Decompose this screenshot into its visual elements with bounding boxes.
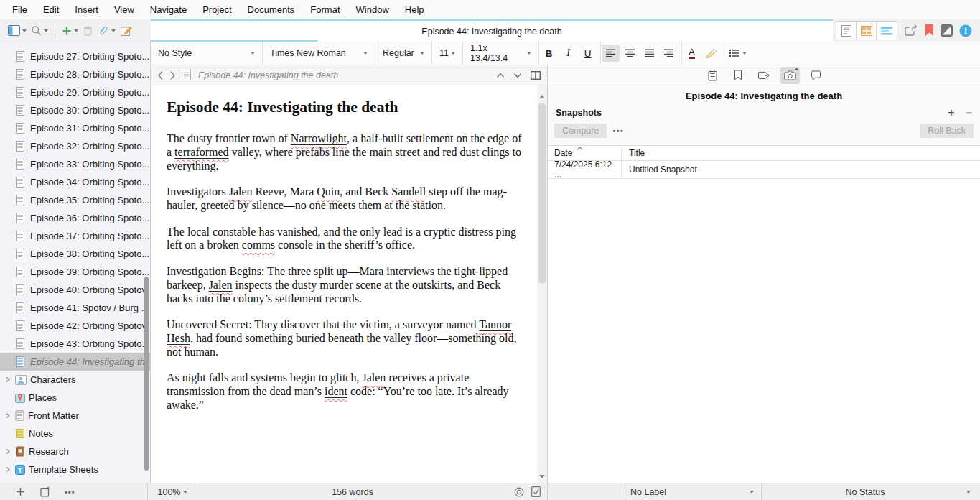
italic-button[interactable]: I: [559, 45, 577, 62]
binder-item[interactable]: Episode 40: Orbiting Spotov: [0, 281, 150, 299]
back-button[interactable]: [157, 70, 164, 80]
binder-scrollbar[interactable]: [144, 277, 149, 471]
column-header-date[interactable]: Date: [548, 148, 622, 160]
writing-target-button[interactable]: [514, 483, 524, 500]
editor-scrollbar[interactable]: [537, 85, 547, 483]
tab-comments[interactable]: [806, 67, 826, 84]
binder-item[interactable]: Episode 42: Orbiting Spotov: [0, 317, 150, 335]
binder-item[interactable]: Episode 41: Spotov / Burg ...: [0, 299, 150, 317]
binder-item-research[interactable]: Research: [0, 443, 150, 460]
binder-item[interactable]: Episode 28: Orbiting Spoto...: [0, 65, 150, 83]
link-attachment-button[interactable]: [95, 23, 118, 39]
binder-item-template-sheets[interactable]: TTemplate Sheets: [0, 460, 150, 478]
label-dropdown-caret[interactable]: [750, 483, 754, 500]
menu-documents[interactable]: Documents: [240, 1, 303, 19]
menu-format[interactable]: Format: [302, 1, 347, 19]
binder-item[interactable]: Episode 29: Orbiting Spoto...: [0, 83, 150, 101]
compile-button[interactable]: [941, 24, 953, 37]
share-button[interactable]: [904, 24, 918, 37]
more-options-button[interactable]: •••: [612, 126, 624, 135]
menu-help[interactable]: Help: [397, 1, 432, 19]
binder-item[interactable]: Episode 36: Orbiting Spoto...: [0, 209, 150, 227]
bold-button[interactable]: B: [540, 45, 558, 62]
binder-item[interactable]: Episode 33: Orbiting Spoto...: [0, 155, 150, 173]
binder-add-button[interactable]: [16, 483, 25, 500]
remove-snapshot-button[interactable]: −: [966, 106, 972, 119]
text-color-button[interactable]: A: [683, 45, 701, 62]
menu-project[interactable]: Project: [195, 1, 239, 19]
scrollbar-thumb[interactable]: [538, 103, 546, 284]
binder-item[interactable]: Episode 32: Orbiting Spoto...: [0, 137, 150, 155]
binder-item[interactable]: Episode 37: Orbiting Spoto...: [0, 227, 150, 245]
style-dropdown[interactable]: No Style: [151, 42, 262, 65]
label-dropdown[interactable]: No Label: [630, 483, 666, 500]
inspector-toggle-button[interactable]: i: [959, 24, 972, 37]
expand-chevron-icon[interactable]: [4, 466, 11, 473]
tab-bookmarks[interactable]: [729, 67, 748, 84]
compare-button[interactable]: Compare: [554, 124, 607, 138]
menu-insert[interactable]: Insert: [67, 1, 106, 19]
roll-back-button[interactable]: Roll Back: [920, 124, 974, 138]
tab-metadata[interactable]: [755, 67, 774, 84]
expand-chevron-icon[interactable]: [4, 448, 11, 455]
bookmarks-button[interactable]: [925, 24, 934, 37]
previous-document-button[interactable]: [496, 73, 505, 78]
binder-item-front-matter[interactable]: Front Matter: [0, 407, 150, 425]
align-justify-button[interactable]: [640, 45, 658, 62]
binder-item[interactable]: Episode 39: Orbiting Spoto...: [0, 263, 150, 281]
page-check-button[interactable]: [531, 483, 541, 500]
split-editor-button[interactable]: [531, 71, 541, 80]
search-button[interactable]: [29, 23, 50, 38]
align-left-button[interactable]: [602, 45, 620, 62]
binder-item-places[interactable]: Places: [0, 389, 150, 407]
font-dropdown[interactable]: Times New Roman: [263, 42, 375, 65]
expand-chevron-icon[interactable]: [4, 376, 11, 383]
menu-navigate[interactable]: Navigate: [142, 1, 195, 19]
zoom-dropdown[interactable]: 100%: [151, 483, 195, 500]
outliner-view-button[interactable]: [877, 22, 897, 40]
binder-item[interactable]: Episode 43: Orbiting Spoto...: [0, 335, 150, 353]
binder-toggle-button[interactable]: [6, 23, 29, 38]
add-item-button[interactable]: [60, 24, 80, 38]
font-size-dropdown[interactable]: 11: [432, 42, 462, 65]
binder-item[interactable]: Episode 30: Orbiting Spoto...: [0, 101, 150, 119]
underline-button[interactable]: U: [579, 45, 597, 62]
binder-item[interactable]: Episode 27: Orbiting Spoto...: [0, 47, 150, 65]
line-spacing-dropdown[interactable]: 1.1x 13.4/13.4: [463, 42, 538, 65]
binder-item[interactable]: Episode 34: Orbiting Spoto...: [0, 173, 150, 191]
tab-snapshots[interactable]: [780, 67, 800, 84]
next-document-button[interactable]: [513, 73, 522, 78]
status-dropdown[interactable]: No Status: [761, 483, 969, 500]
binder-more-button[interactable]: •••: [65, 483, 75, 500]
menu-view[interactable]: View: [106, 1, 142, 19]
list-button[interactable]: [725, 45, 750, 62]
scroll-down-icon[interactable]: [537, 471, 547, 481]
highlight-button[interactable]: [702, 45, 720, 62]
snapshots-table-header[interactable]: Date Title: [548, 146, 980, 161]
binder-add-document-button[interactable]: [40, 483, 51, 500]
binder-item[interactable]: Episode 44: Investigating th...: [0, 353, 150, 371]
menu-file[interactable]: File: [4, 1, 35, 19]
document-view-button[interactable]: [836, 22, 857, 40]
forward-button[interactable]: [169, 70, 176, 80]
binder-item-characters[interactable]: Characters: [0, 371, 150, 389]
move-to-trash-button[interactable]: [80, 23, 95, 38]
column-header-title[interactable]: Title: [622, 148, 980, 160]
binder-item[interactable]: Episode 31: Orbiting Spoto...: [0, 119, 150, 137]
binder-item-notes[interactable]: Notes: [0, 425, 150, 443]
menu-edit[interactable]: Edit: [35, 1, 67, 19]
tab-notes[interactable]: [703, 67, 722, 84]
font-variant-dropdown[interactable]: Regular: [375, 42, 431, 65]
align-right-button[interactable]: [660, 45, 678, 62]
binder-item[interactable]: Episode 38: Orbiting Spoto...: [0, 245, 150, 263]
align-center-button[interactable]: [621, 45, 639, 62]
scroll-up-icon[interactable]: [537, 91, 547, 101]
snapshot-row[interactable]: 7/24/2025 6:12 ...Untitled Snapshot: [548, 161, 980, 179]
compose-button[interactable]: [118, 23, 135, 39]
editor-text-area[interactable]: Episode 44: Investigating the death The …: [151, 85, 537, 483]
status-dropdown-caret[interactable]: [966, 483, 971, 500]
expand-chevron-icon[interactable]: [4, 412, 11, 419]
binder-item[interactable]: Episode 35: Orbiting Spoto...: [0, 191, 150, 209]
menu-window[interactable]: Window: [348, 1, 397, 19]
corkboard-view-button[interactable]: [857, 22, 877, 40]
